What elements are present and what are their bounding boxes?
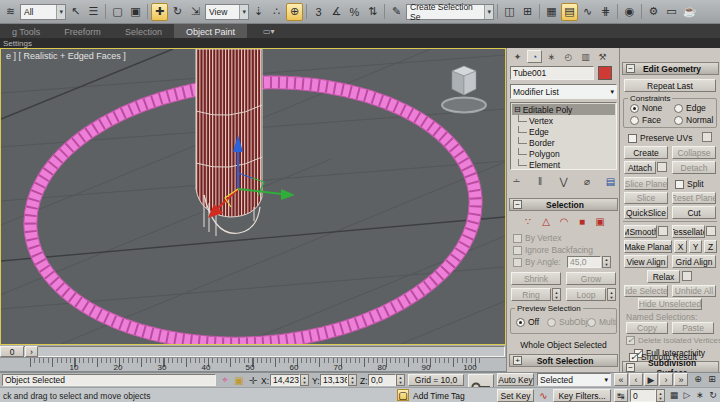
border-mode-icon[interactable]: ◠ <box>557 216 571 227</box>
make-planar-button[interactable]: Make Planar <box>624 240 672 253</box>
auto-key-button[interactable]: Auto Key <box>497 373 534 386</box>
hide-unselected-button[interactable]: Hide Unselected <box>638 298 702 310</box>
ribbon-tab-freeform[interactable]: Freeform <box>52 24 113 38</box>
attach-button[interactable]: Attach <box>624 161 656 174</box>
rectangular-selection-region-icon[interactable]: ▢ <box>109 3 126 21</box>
y-spinner[interactable] <box>348 374 357 386</box>
by-angle-spinner[interactable] <box>602 256 611 268</box>
time-slider-next-icon[interactable]: › <box>25 346 38 357</box>
repeat-last-button[interactable]: Repeat Last <box>624 79 716 92</box>
graphite-ribbon-toggle-icon[interactable]: ▦ <box>543 3 560 21</box>
smooth-result-checkbox[interactable]: Smooth Result <box>629 352 697 362</box>
z-spinner[interactable] <box>396 374 405 386</box>
tessellate-button[interactable]: Tessellate <box>672 225 705 238</box>
ignore-backfacing-checkbox[interactable]: Ignore Backfacing <box>513 245 593 255</box>
by-angle-field[interactable]: 45,0 <box>567 256 601 268</box>
previous-frame-icon[interactable]: ‹ <box>629 373 643 386</box>
viewcube[interactable] <box>442 66 486 113</box>
select-and-move-icon[interactable]: ✚ <box>151 3 168 21</box>
constraint-edge-radio[interactable]: Edge <box>674 103 706 113</box>
grid-align-button[interactable]: Grid Align <box>672 255 716 268</box>
select-by-name-icon[interactable]: ☰ <box>85 3 102 21</box>
key-filters-button[interactable]: Key Filters... <box>553 389 611 402</box>
play-icon[interactable]: ▶ <box>644 373 658 386</box>
window-crossing-icon[interactable]: ▣ <box>127 3 144 21</box>
paste-button[interactable]: Paste <box>672 322 714 334</box>
preview-multi-radio[interactable]: Multi <box>587 317 617 327</box>
configure-modifier-sets-icon[interactable]: ▤ <box>604 176 617 187</box>
ring-spinner[interactable] <box>552 288 561 301</box>
create-tab-icon[interactable]: ✦ <box>510 50 525 63</box>
constraint-face-radio[interactable]: Face <box>630 115 661 125</box>
by-angle-checkbox[interactable]: By Angle: <box>513 257 561 267</box>
slice-plane-button[interactable]: Slice Plane <box>624 177 668 190</box>
view-align-button[interactable]: View Align <box>624 255 668 268</box>
remove-modifier-icon[interactable]: ⌀ <box>581 176 594 187</box>
layer-manager-icon[interactable]: ▤ <box>561 3 578 21</box>
steering-wheels-icon[interactable]: ≋ <box>2 3 19 21</box>
copy-button[interactable]: Copy <box>626 322 668 334</box>
zoom-all-icon[interactable]: ⊞ <box>706 373 718 385</box>
preview-subobj-radio[interactable]: SubObj <box>547 317 587 327</box>
z-coordinate-field[interactable]: 0,0 <box>368 374 396 386</box>
tube-object[interactable] <box>196 49 262 236</box>
field-of-view-icon[interactable]: ▷ <box>681 389 693 401</box>
attach-settings-button[interactable] <box>657 162 667 172</box>
use-pivot-center-icon[interactable]: ∴ <box>268 3 285 21</box>
rollout-expand-icon[interactable]: + <box>513 356 522 365</box>
select-object-icon[interactable]: ↖ <box>67 3 84 21</box>
stack-item-polygon[interactable]: Polygon <box>512 148 615 159</box>
detach-button[interactable]: Detach <box>672 161 716 174</box>
constraint-normal-radio[interactable]: Normal <box>674 115 713 125</box>
slice-button[interactable]: Slice <box>624 192 668 204</box>
reference-coordinate-dropdown[interactable]: View ▾ <box>205 4 249 20</box>
curve-editor-icon[interactable]: ∿ <box>579 3 596 21</box>
modifier-list-dropdown[interactable]: Modifier List ▾ <box>510 84 617 99</box>
show-end-result-icon[interactable]: ‖ <box>534 176 547 187</box>
pin-stack-icon[interactable]: ∸ <box>510 176 523 187</box>
grow-button[interactable]: Grow <box>566 272 616 285</box>
select-and-manipulate-icon[interactable]: ⊕ <box>286 3 303 21</box>
modifier-stack[interactable]: ⊟ Editable Poly Vertex Edge Border Polyg… <box>510 102 617 170</box>
motion-tab-icon[interactable]: ◴ <box>561 50 576 63</box>
key-mode-toggle-icon[interactable]: ↹ <box>614 389 628 402</box>
polygon-mode-icon[interactable]: ■ <box>575 216 589 227</box>
modify-tab-icon[interactable]: ◔ <box>527 50 542 63</box>
ribbon-tab-object-paint[interactable]: Object Paint <box>174 24 247 38</box>
named-selection-sets-dropdown[interactable]: Create Selection Se ▾ <box>406 4 494 20</box>
utilities-tab-icon[interactable]: ⚒ <box>595 50 610 63</box>
x-spinner[interactable] <box>300 374 309 386</box>
rollout-collapse-icon[interactable]: − <box>626 363 635 372</box>
hierarchy-tab-icon[interactable]: ∗ <box>544 50 559 63</box>
relax-button[interactable]: Relax <box>647 270 680 283</box>
reset-plane-button[interactable]: Reset Plane <box>672 192 716 204</box>
perspective-viewport[interactable]: e ] [ Realistic + Edged Faces ] <box>0 48 506 345</box>
display-tab-icon[interactable]: ▥ <box>578 50 593 63</box>
planar-x-button[interactable]: X <box>674 240 687 253</box>
time-slider[interactable]: 0 › <box>0 345 506 358</box>
constraint-none-radio[interactable]: None <box>630 103 662 113</box>
orbit-icon[interactable]: ↻ <box>707 389 719 401</box>
preserve-uvs-checkbox[interactable]: Preserve UVs <box>628 133 692 143</box>
viewport-canvas[interactable] <box>1 49 505 344</box>
ribbon-minimize-icon[interactable]: ▭▾ <box>257 24 281 38</box>
align-icon[interactable]: ⊞ <box>519 3 536 21</box>
create-button[interactable]: Create <box>624 146 668 159</box>
y-coordinate-field[interactable]: 13,136 <box>320 374 348 386</box>
default-in-out-tangents-icon[interactable]: ∿ <box>537 389 550 402</box>
collapse-button[interactable]: Collapse <box>672 146 716 159</box>
schematic-view-icon[interactable]: ⋕ <box>597 3 614 21</box>
go-to-start-icon[interactable]: « <box>614 373 628 386</box>
selection-lock-icon[interactable]: ▣ <box>233 374 245 386</box>
select-and-place-icon[interactable]: ⇣ <box>250 3 267 21</box>
selection-filter-dropdown[interactable]: All ▾ <box>20 4 66 20</box>
preserve-uvs-settings-button[interactable] <box>702 132 712 142</box>
by-vertex-checkbox[interactable]: By Vertex <box>513 233 561 243</box>
pan-icon[interactable]: ∗ <box>694 389 706 401</box>
angle-snap-icon[interactable]: ∡ <box>328 3 345 21</box>
collapse-tree-icon[interactable]: ⊟ <box>514 105 521 114</box>
select-and-scale-icon[interactable]: ⇲ <box>187 3 204 21</box>
render-setup-icon[interactable]: ⚙ <box>645 3 662 21</box>
material-editor-icon[interactable]: ◉ <box>621 3 638 21</box>
track-bar[interactable]: 10 20 30 40 50 60 70 80 90 100 <box>0 358 506 372</box>
